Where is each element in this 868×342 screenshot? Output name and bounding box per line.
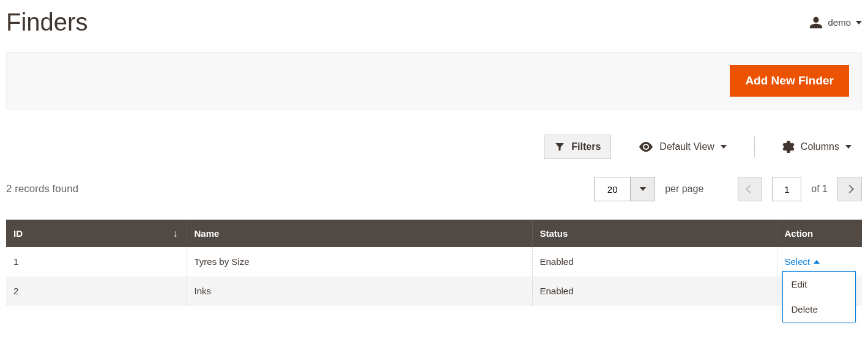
sort-desc-icon: ↓ — [173, 228, 178, 239]
per-page-input[interactable] — [595, 177, 630, 201]
cell-name: Inks — [187, 277, 532, 306]
gear-icon — [782, 141, 795, 153]
chevron-up-icon — [814, 260, 820, 264]
columns-label: Columns — [801, 141, 839, 152]
cell-status: Enabled — [532, 247, 777, 277]
funnel-icon — [554, 141, 565, 152]
eye-icon — [639, 141, 653, 152]
records-found-label: 2 records found — [6, 183, 78, 195]
current-page-input[interactable] — [772, 177, 801, 201]
cell-id: 1 — [6, 247, 187, 277]
finders-grid: ID ↓ Name Status Action 1 Tyres by Size … — [6, 220, 862, 306]
row-action-select-label: Select — [785, 256, 811, 267]
add-new-finder-button[interactable]: Add New Finder — [730, 65, 849, 97]
table-row: 2 Inks Enabled — [6, 277, 862, 306]
row-action-select[interactable]: Select Edit Delete — [785, 256, 820, 267]
action-bar: Add New Finder — [6, 52, 862, 110]
next-page-button[interactable] — [837, 177, 862, 201]
column-header-action-label: Action — [785, 228, 814, 239]
row-action-delete[interactable]: Delete — [783, 297, 855, 322]
toolbar-separator — [754, 136, 755, 157]
chevron-left-icon — [746, 185, 754, 193]
cell-name: Tyres by Size — [187, 247, 532, 277]
user-menu[interactable]: demo — [809, 16, 862, 29]
row-action-menu: Edit Delete — [782, 271, 856, 322]
column-header-status-label: Status — [540, 228, 568, 239]
page-total-label: of 1 — [811, 184, 828, 195]
cell-status: Enabled — [532, 277, 777, 306]
columns-button[interactable]: Columns — [772, 134, 862, 160]
filters-label: Filters — [571, 141, 601, 152]
filters-button[interactable]: Filters — [544, 135, 611, 159]
view-label: Default View — [659, 141, 714, 152]
user-icon — [809, 16, 823, 29]
column-header-action: Action — [777, 220, 862, 247]
chevron-right-icon — [845, 185, 854, 193]
per-page-dropdown-button[interactable] — [630, 177, 655, 201]
page-title: Finders — [6, 9, 87, 36]
chevron-down-icon — [856, 21, 862, 24]
grid-toolbar: Filters Default View Columns — [6, 134, 862, 160]
row-action-edit[interactable]: Edit — [783, 272, 855, 297]
column-header-status[interactable]: Status — [532, 220, 777, 247]
prev-page-button[interactable] — [738, 177, 762, 201]
table-row: 1 Tyres by Size Enabled Select Edit Dele… — [6, 247, 862, 277]
cell-id: 2 — [6, 277, 187, 306]
user-label: demo — [828, 17, 851, 28]
per-page-selector — [594, 177, 655, 201]
column-header-id[interactable]: ID ↓ — [6, 220, 187, 247]
chevron-down-icon — [721, 145, 727, 149]
chevron-down-icon — [640, 187, 646, 191]
column-header-name[interactable]: Name — [187, 220, 532, 247]
column-header-name-label: Name — [195, 228, 220, 239]
chevron-down-icon — [845, 145, 851, 149]
per-page-label: per page — [665, 184, 703, 195]
column-header-id-label: ID — [13, 228, 23, 239]
default-view-button[interactable]: Default View — [628, 135, 737, 159]
